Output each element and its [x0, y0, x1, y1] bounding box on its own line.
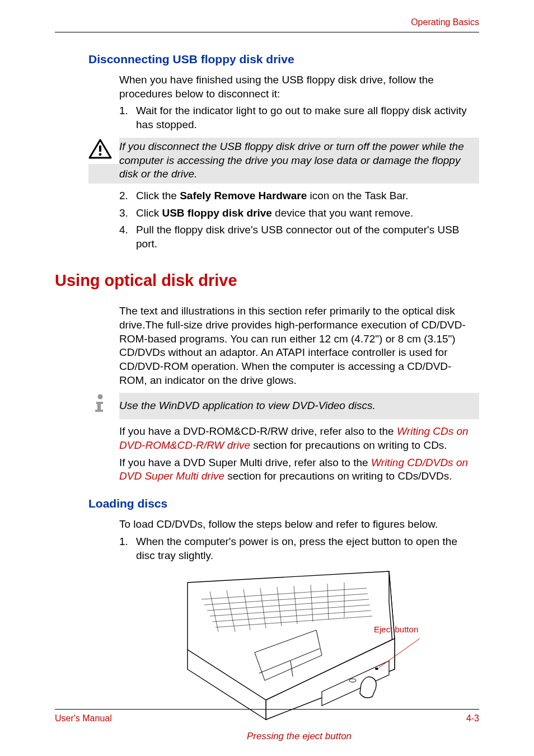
laptop-illustration: [154, 566, 445, 728]
step-text: Click the Safely Remove Hardware icon on…: [136, 189, 479, 203]
footer-page-number: 4-3: [466, 713, 479, 725]
step-text: When the computer's power is on, press t…: [136, 535, 479, 562]
step-number: 3.: [119, 206, 136, 220]
info-icon: [88, 393, 119, 419]
step-2: 2. Click the Safely Remove Hardware icon…: [119, 189, 479, 203]
loading-intro: To load CD/DVDs, follow the steps below …: [119, 518, 479, 532]
step-3: 3. Click USB floppy disk drive device th…: [119, 206, 479, 220]
step-number: 1.: [119, 535, 136, 562]
ref-paragraph-1: If you have a DVD-ROM&CD-R/RW drive, ref…: [119, 425, 479, 452]
step-text: Click USB floppy disk drive device that …: [136, 206, 479, 220]
footer-rule: [55, 709, 479, 710]
step-text: Pull the floppy disk drive's USB connect…: [136, 223, 479, 251]
step-number: 1.: [119, 104, 136, 132]
figure-caption: Pressing the eject button: [119, 730, 479, 743]
heading-disconnect-usb: Disconnecting USB floppy disk drive: [88, 51, 479, 67]
info-text: Use the WinDVD application to view DVD-V…: [119, 396, 479, 416]
heading-using-optical: Using optical disk drive: [55, 270, 479, 292]
step-4: 4. Pull the floppy disk drive's USB conn…: [119, 223, 479, 251]
loading-step-1: 1. When the computer's power is on, pres…: [119, 535, 479, 562]
svg-rect-1: [99, 145, 101, 152]
svg-point-2: [99, 153, 102, 156]
ref-paragraph-2: If you have a DVD Super Multi drive, ref…: [119, 456, 479, 483]
svg-point-3: [98, 395, 103, 400]
step-text: Wait for the indicator light to go out t…: [136, 104, 479, 132]
footer-left: User's Manual: [55, 713, 112, 725]
warning-callout: If you disconnect the USB floppy disk dr…: [88, 138, 479, 184]
optical-paragraph: The text and illustrations in this secti…: [119, 304, 479, 387]
step-1: 1. Wait for the indicator light to go ou…: [119, 104, 479, 132]
intro-paragraph: When you have finished using the USB flo…: [119, 73, 479, 101]
page-footer: User's Manual 4-3: [55, 709, 479, 725]
warning-text: If you disconnect the USB floppy disk dr…: [119, 138, 479, 184]
heading-loading-discs: Loading discs: [88, 496, 479, 511]
step-number: 4.: [119, 223, 136, 251]
header-rule: [55, 32, 479, 32]
info-callout: Use the WinDVD application to view DVD-V…: [88, 393, 479, 419]
header-breadcrumb: Operating Basics: [55, 17, 479, 32]
step-number: 2.: [119, 189, 136, 203]
svg-point-27: [375, 668, 378, 670]
eject-button-label: Eject button: [374, 624, 418, 635]
warning-icon: [88, 138, 119, 164]
